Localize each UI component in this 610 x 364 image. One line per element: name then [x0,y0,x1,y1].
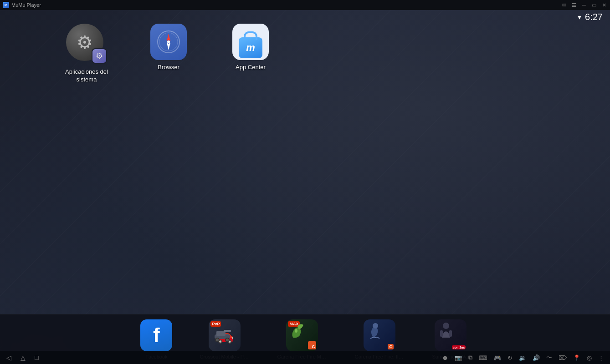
more-icon[interactable]: ⋮ [597,354,605,362]
svg-rect-18 [449,330,452,337]
wifi-icon: ▾ [578,13,581,21]
rotate-icon[interactable]: ↻ [506,354,514,362]
minimize-icon[interactable]: ─ [581,2,587,8]
keyboard2-icon[interactable]: ⌦ [557,354,568,362]
desktop-icons: ⚙ ⚙ Aplicaciones del sistema B [64,24,273,84]
titlebar-title: MuMu Player [11,2,41,8]
titlebar-left: M MuMu Player [3,2,41,8]
svg-point-16 [443,323,449,329]
garena-badge-ff: G [388,344,394,349]
svg-point-15 [373,323,378,329]
gear-overlay-icon: ⚙ [92,48,107,64]
svg-point-13 [226,339,229,341]
svg-text:M: M [5,3,8,7]
desktop: ⚙ ⚙ Aplicaciones del sistema B [0,10,610,337]
titlebar-controls: ✉ ☰ ─ ▭ ✕ [561,2,607,8]
gps-icon[interactable]: ◎ [585,354,593,362]
svg-point-6 [167,40,170,43]
statusbar: ▾ 6:27 [0,10,610,24]
browser-icon [150,24,187,60]
mumu-m-logo: m [246,42,255,54]
app-label-browser: Browser [158,64,179,71]
svg-rect-17 [440,330,443,337]
multi-instance-icon[interactable]: ⧉ [467,353,474,362]
titlebar: M MuMu Player ✉ ☰ ─ ▭ ✕ [0,0,610,10]
app-label-sistema: Aplicaciones del sistema [64,68,109,84]
sysbar: ◁ △ □ ⏺ 📷 ⧉ ⌨ 🎮 ↻ 🔉 🔊 〜 ⌦ 📍 ◎ ⋮ [0,351,610,364]
volume-down-icon[interactable]: 🔉 [518,354,528,362]
com2us-badge: com2us [452,345,466,349]
svg-rect-9 [224,330,231,332]
app-icon-browser[interactable]: Browser [146,24,191,71]
freefire-icon: G [364,319,395,351]
svg-point-12 [216,339,219,341]
titlebar-logo: M [3,2,9,8]
sysbar-nav: ◁ △ □ [5,353,40,362]
svg-marker-5 [167,43,170,50]
crossout-icon: PvP [209,319,241,351]
app-icon-appcenter[interactable]: m App Center [228,24,273,71]
home-button[interactable]: △ [19,353,27,362]
screen-record-icon[interactable]: ⏺ [441,354,450,362]
sysbar-tools: ⏺ 📷 ⧉ ⌨ 🎮 ↻ 🔉 🔊 〜 ⌦ 📍 ◎ ⋮ [441,353,605,363]
email-icon[interactable]: ✉ [561,2,567,8]
svg-point-14 [295,329,297,333]
location-icon[interactable]: 📍 [572,354,582,362]
screenshot-icon[interactable]: 📷 [453,354,463,362]
appcenter-icon: m [232,24,269,60]
back-button[interactable]: ◁ [5,353,13,362]
close-icon[interactable]: ✕ [601,2,607,8]
svg-marker-4 [167,34,170,41]
appcenter-bag-icon: m [239,37,262,58]
gamepad-icon[interactable]: 🎮 [492,354,502,362]
app-icon-sistema[interactable]: ⚙ ⚙ Aplicaciones del sistema [64,24,109,84]
menu-icon[interactable]: ☰ [571,2,577,8]
garena-badge-max: G [310,344,316,349]
app-label-appcenter: App Center [236,64,266,71]
recent-button[interactable]: □ [33,353,40,362]
shake-icon[interactable]: 〜 [545,353,554,363]
facebook-icon: f [140,319,172,351]
restore-icon[interactable]: ▭ [591,2,597,8]
gear-main-icon: ⚙ [77,32,93,53]
volume-up-icon[interactable]: 🔊 [531,354,541,362]
freefire-max-icon: MAX G G [286,319,318,351]
keyboard-icon[interactable]: ⌨ [477,354,489,362]
summoners-icon: com2us [435,319,466,351]
clock: 6:27 [585,12,603,22]
